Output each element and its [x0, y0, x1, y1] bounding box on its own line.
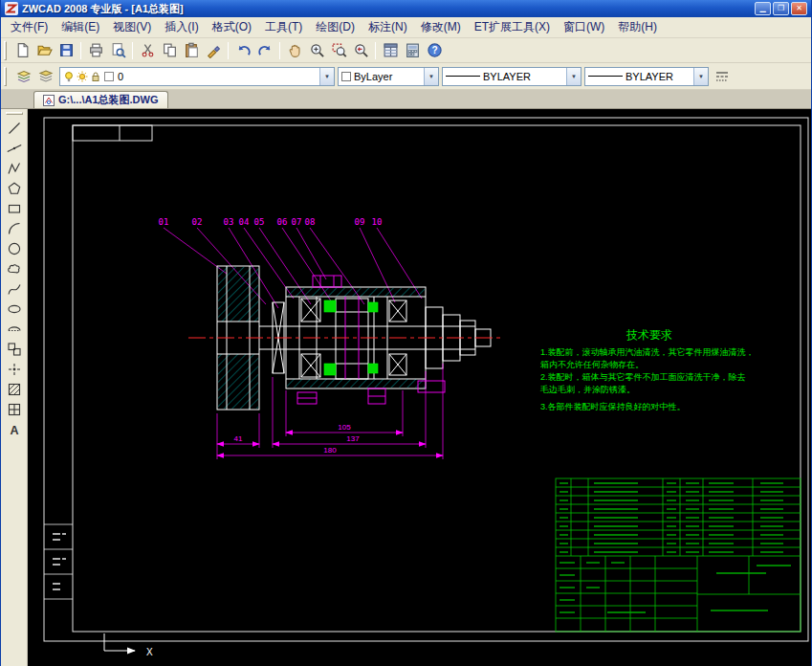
undo-button[interactable] — [232, 40, 253, 61]
bulb-icon — [63, 71, 75, 82]
menu-item-2[interactable]: 编辑(E) — [55, 16, 106, 38]
toolbar-drag-handle[interactable] — [4, 67, 7, 86]
line-icon — [7, 121, 22, 136]
linetype-value: BYLAYER — [483, 71, 531, 82]
menu-item-4[interactable]: 插入(I) — [158, 16, 205, 38]
menu-item-7[interactable]: 绘图(D) — [309, 16, 362, 38]
zoom-realtime-icon — [309, 42, 325, 58]
layer-manager-button[interactable] — [35, 66, 56, 87]
zoom-previous-button[interactable] — [350, 40, 371, 61]
open-button[interactable] — [33, 40, 55, 61]
make-layer-current-icon — [16, 69, 32, 84]
cut-button[interactable] — [137, 40, 158, 61]
linetype-select[interactable]: BYLAYER ▼ — [442, 67, 582, 86]
menu-item-8[interactable]: 标注(N) — [362, 16, 414, 38]
menu-item-11[interactable]: 窗口(W) — [557, 16, 611, 38]
hatch-button[interactable] — [3, 379, 26, 399]
zoom-previous-icon — [353, 42, 369, 58]
layer-select[interactable]: 0 ▼ — [59, 67, 335, 86]
copy-button[interactable] — [159, 40, 180, 61]
svg-text:01: 01 — [159, 217, 169, 227]
point-button[interactable] — [3, 359, 26, 379]
menu-bar: 文件(F)编辑(E)视图(V)插入(I)格式(O)工具(T)绘图(D)标注(N)… — [1, 17, 811, 38]
menu-item-10[interactable]: ET扩展工具(X) — [468, 16, 557, 38]
zoom-window-button[interactable] — [328, 40, 349, 61]
maximize-button[interactable]: ❐ — [773, 2, 789, 15]
svg-text:105: 105 — [338, 423, 351, 432]
insert-block-icon — [7, 342, 22, 357]
dropdown-arrow-icon[interactable]: ▼ — [424, 68, 438, 85]
menu-item-3[interactable]: 视图(V) — [106, 16, 158, 38]
match-properties-icon — [206, 42, 222, 58]
polygon-button[interactable] — [3, 178, 26, 198]
ellipse-button[interactable] — [3, 299, 26, 319]
hatch-icon — [7, 382, 22, 397]
properties-button[interactable] — [380, 40, 401, 61]
match-properties-button[interactable] — [203, 40, 224, 61]
pan-icon — [287, 42, 303, 58]
dropdown-arrow-icon[interactable]: ▼ — [319, 68, 334, 85]
open-icon — [36, 42, 53, 58]
insert-block-button[interactable] — [3, 339, 26, 359]
spline-button[interactable] — [3, 278, 26, 299]
menu-item-9[interactable]: 修改(M) — [414, 16, 468, 38]
svg-text:03: 03 — [224, 217, 234, 227]
menu-item-6[interactable]: 工具(T) — [258, 16, 309, 38]
construction-line-button[interactable] — [3, 138, 26, 158]
revision-cloud-button[interactable] — [3, 258, 26, 278]
title-block — [556, 478, 801, 632]
svg-text:1.装配前，滚动轴承用汽油清洗，其它零件用煤油清洗，: 1.装配前，滚动轴承用汽油清洗，其它零件用煤油清洗， — [540, 347, 755, 357]
make-layer-current-button[interactable] — [13, 66, 34, 87]
color-value: ByLayer — [354, 71, 392, 82]
document-tab-label: G:\...\A1总装图.DWG — [58, 93, 159, 107]
linetype-manager-button[interactable] — [712, 66, 733, 87]
save-button[interactable] — [55, 40, 77, 61]
minimize-button[interactable]: ▁ — [755, 2, 771, 15]
arc-button[interactable] — [3, 218, 26, 238]
line-button[interactable] — [3, 118, 26, 138]
color-select[interactable]: ByLayer ▼ — [338, 67, 439, 86]
lineweight-select[interactable]: BYLAYER ▼ — [584, 67, 709, 86]
text-button[interactable]: A — [3, 419, 26, 439]
properties-toolbar: 0 ▼ ByLayer ▼ BYLAYER ▼ BYLAYER ▼ — [1, 63, 811, 90]
color-swatch-icon — [103, 71, 115, 82]
lineweight-sample-icon — [588, 76, 623, 77]
document-tab[interactable]: G:\...\A1总装图.DWG — [33, 91, 168, 108]
lock-icon — [90, 71, 101, 82]
help-icon: ? — [427, 42, 443, 58]
toolbar-drag-handle[interactable] — [6, 112, 23, 115]
paste-button[interactable] — [181, 40, 202, 61]
new-button[interactable] — [11, 40, 33, 61]
region-button[interactable] — [3, 399, 26, 419]
rectangle-icon — [7, 201, 22, 216]
toolbar-drag-handle[interactable] — [4, 41, 7, 60]
menu-item-1[interactable]: 文件(F) — [4, 16, 55, 38]
title-bar: ZWCAD 2008 专业版 - [A1总装图] ▁ ❐ ✕ — [1, 0, 811, 17]
design-center-button[interactable] — [402, 40, 423, 61]
circle-button[interactable] — [3, 238, 26, 258]
menu-item-5[interactable]: 格式(O) — [206, 16, 258, 38]
print-preview-button[interactable] — [107, 40, 128, 61]
dropdown-arrow-icon[interactable]: ▼ — [693, 68, 708, 85]
pan-button[interactable] — [284, 40, 305, 61]
layer-value: 0 — [118, 71, 123, 82]
close-button[interactable]: ✕ — [791, 2, 807, 15]
menu-item-12[interactable]: 帮助(H) — [611, 16, 664, 38]
drawing-canvas[interactable]: 01 02 03 04 05 06 07 08 09 10 — [28, 109, 811, 666]
svg-text:05: 05 — [254, 217, 265, 227]
svg-text:毛边毛刺，并涂防锈漆。: 毛边毛刺，并涂防锈漆。 — [539, 385, 635, 394]
dropdown-arrow-icon[interactable]: ▼ — [566, 68, 581, 85]
print-button[interactable] — [85, 40, 106, 61]
print-preview-icon — [110, 42, 126, 58]
redo-button[interactable] — [254, 40, 275, 61]
rectangle-button[interactable] — [3, 198, 26, 218]
polyline-button[interactable] — [3, 158, 26, 178]
zoom-realtime-button[interactable] — [306, 40, 327, 61]
cad-drawing: 01 02 03 04 05 06 07 08 09 10 — [28, 109, 811, 666]
svg-text:10: 10 — [372, 217, 383, 227]
ellipse-arc-button[interactable] — [3, 319, 26, 339]
draw-toolbar: A — [1, 109, 28, 666]
help-button[interactable]: ? — [424, 40, 445, 61]
region-icon — [7, 402, 22, 417]
svg-text:3.各部件装配时应保持良好的对中性。: 3.各部件装配时应保持良好的对中性。 — [540, 402, 686, 411]
